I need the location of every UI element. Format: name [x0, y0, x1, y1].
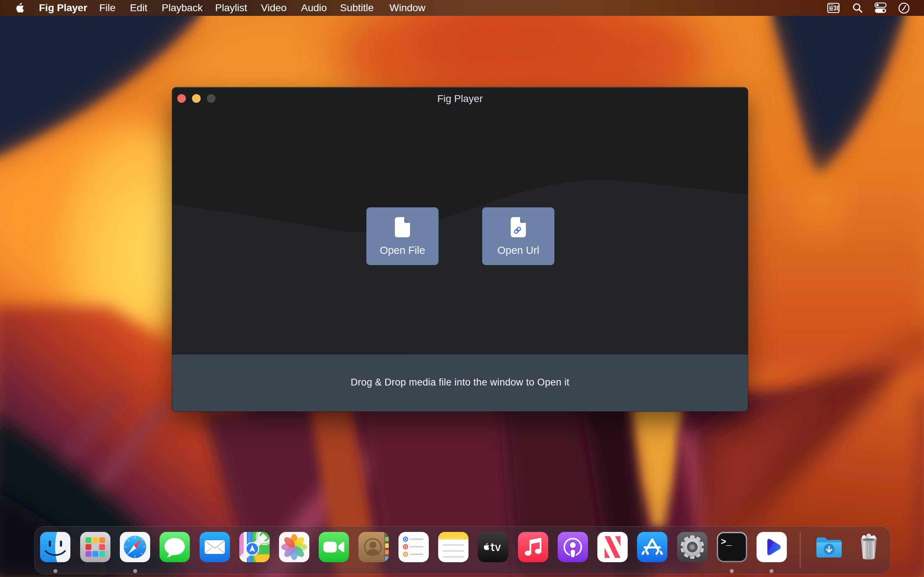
svg-text:>_: >_ — [721, 537, 732, 548]
